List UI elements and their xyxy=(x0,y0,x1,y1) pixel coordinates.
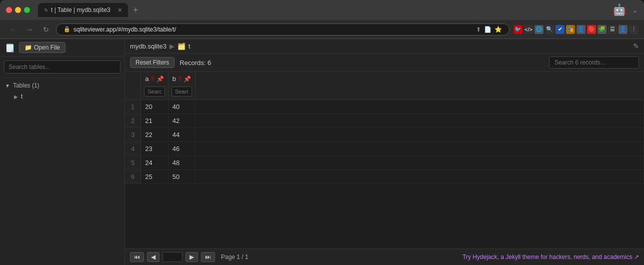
table-row[interactable]: 1 20 40 xyxy=(125,100,644,114)
active-tab[interactable]: ✎ t | Table | mydb.sqlite3 × xyxy=(38,3,128,17)
breadcrumb-table: t xyxy=(188,42,190,50)
table-body: 1 20 40 2 21 42 3 22 44 4 23 46 5 24 48 … xyxy=(125,100,644,184)
breadcrumb-icon: 🗂️ xyxy=(178,42,186,50)
cell-empty xyxy=(196,128,644,142)
edit-button[interactable]: ✎ xyxy=(633,42,639,50)
open-file-label: Open File xyxy=(34,44,60,51)
table-row[interactable]: 3 22 44 xyxy=(125,128,644,142)
col-a-pin-icon[interactable]: 📌 xyxy=(156,76,164,82)
row-number-cell: 1 xyxy=(125,100,141,114)
data-table-container: a ? 📌 b ? 📌 xyxy=(125,72,644,248)
ext-icon-1[interactable]: 🐦 xyxy=(514,25,522,34)
column-header-b: b ? 📌 xyxy=(168,72,196,100)
col-b-search-input[interactable] xyxy=(172,86,192,96)
table-row[interactable]: 2 21 42 xyxy=(125,114,644,128)
cell-a[interactable]: 24 xyxy=(141,156,168,170)
col-a-info-icon[interactable]: ? xyxy=(150,76,154,82)
cell-a[interactable]: 25 xyxy=(141,170,168,184)
forward-button[interactable]: → xyxy=(23,24,36,34)
cell-b[interactable]: 42 xyxy=(168,114,196,128)
cell-b[interactable]: 44 xyxy=(168,128,196,142)
app-content: 🗒️ 📁 Open File ▼ Tables (1) ▶ t mydb.sql… xyxy=(0,39,644,265)
browser-controls: ← → ↻ 🔒 sqliteviewer.app/#/mydb.sqlite3/… xyxy=(0,20,644,39)
minimize-light[interactable] xyxy=(15,7,21,13)
page-number-input[interactable]: 1 xyxy=(162,252,182,262)
cell-a[interactable]: 20 xyxy=(141,100,168,114)
ext-icon-5[interactable]: ✔ xyxy=(556,25,564,34)
section-chevron-icon: ▼ xyxy=(5,83,10,88)
hydejack-link[interactable]: Try Hydejack, a Jekyll theme for hackers… xyxy=(462,254,639,260)
row-number-cell: 5 xyxy=(125,156,141,170)
last-page-button[interactable]: ⏭ xyxy=(201,252,215,262)
sidebar-search-area xyxy=(0,56,124,78)
row-number-cell: 4 xyxy=(125,142,141,156)
page-info: Page 1 / 1 xyxy=(221,254,248,260)
pagination-bar: ⏮ ◀ 1 ▶ ⏭ Page 1 / 1 Try Hydejack, a Jek… xyxy=(125,248,644,265)
empty-col-header xyxy=(196,72,644,100)
col-b-info-icon[interactable]: ? xyxy=(178,76,182,82)
tab-close-button[interactable]: × xyxy=(118,6,122,14)
table-row[interactable]: 5 24 48 xyxy=(125,156,644,170)
cell-empty xyxy=(196,114,644,128)
share-icon: ⬆ xyxy=(476,26,481,33)
address-bar[interactable]: 🔒 sqliteviewer.app/#/mydb.sqlite3/table/… xyxy=(56,24,510,36)
reset-filters-button[interactable]: Reset Filters xyxy=(130,57,174,68)
ext-icon-more[interactable]: ⋮ xyxy=(629,25,638,34)
tables-section-header[interactable]: ▼ Tables (1) xyxy=(0,80,124,91)
address-text: sqliteviewer.app/#/mydb.sqlite3/table/t/ xyxy=(74,26,473,33)
maximize-light[interactable] xyxy=(24,7,30,13)
col-b-pin-icon[interactable]: 📌 xyxy=(184,76,191,82)
cell-b[interactable]: 40 xyxy=(168,100,196,114)
ext-icon-4[interactable]: 🔍 xyxy=(545,25,554,34)
new-tab-button[interactable]: + xyxy=(130,5,142,16)
ext-icon-7[interactable]: 👤 xyxy=(576,25,586,34)
col-a-search-input[interactable] xyxy=(144,86,165,96)
column-header-a: a ? 📌 xyxy=(141,72,168,100)
cell-b[interactable]: 48 xyxy=(168,156,196,170)
lock-icon: 🔒 xyxy=(64,26,70,32)
tab-label: t | Table | mydb.sqlite3 xyxy=(51,6,110,14)
tab-bar: ✎ t | Table | mydb.sqlite3 × + xyxy=(38,3,608,17)
row-number-cell: 3 xyxy=(125,128,141,142)
sidebar-header: 🗒️ 📁 Open File xyxy=(0,39,124,56)
back-button[interactable]: ← xyxy=(6,24,19,34)
close-light[interactable] xyxy=(6,7,12,13)
search-records-input[interactable] xyxy=(549,56,639,68)
ext-icon-6[interactable]: 🎭 xyxy=(566,25,575,34)
table-item-label: t xyxy=(21,93,22,100)
cell-a[interactable]: 23 xyxy=(141,142,168,156)
next-page-button[interactable]: ▶ xyxy=(186,252,198,262)
folder-icon: 📁 xyxy=(24,44,32,51)
ext-icon-8[interactable]: 🔴 xyxy=(587,25,596,34)
ext-icon-2[interactable]: </> xyxy=(524,25,533,34)
cell-b[interactable]: 46 xyxy=(168,142,196,156)
sidebar: 🗒️ 📁 Open File ▼ Tables (1) ▶ t xyxy=(0,39,125,265)
cell-a[interactable]: 22 xyxy=(141,128,168,142)
ext-icon-10[interactable]: ☰ xyxy=(608,25,617,34)
breadcrumb: mydb.sqlite3 ▶ 🗂️ t xyxy=(130,42,628,50)
prev-page-button[interactable]: ◀ xyxy=(147,252,160,262)
main-area: mydb.sqlite3 ▶ 🗂️ t ✎ Reset Filters Reco… xyxy=(125,39,644,265)
ext-icon-9[interactable]: 🧩 xyxy=(598,25,606,34)
ext-icon-11[interactable]: 👤 xyxy=(618,25,628,34)
cell-b[interactable]: 50 xyxy=(168,170,196,184)
records-count: Records: 6 xyxy=(180,59,211,66)
first-page-button[interactable]: ⏮ xyxy=(130,252,144,262)
row-number-header xyxy=(125,72,141,100)
cell-empty xyxy=(196,100,644,114)
search-tables-input[interactable] xyxy=(4,60,120,74)
row-number-cell: 2 xyxy=(125,114,141,128)
breadcrumb-db: mydb.sqlite3 xyxy=(130,42,166,50)
table-row[interactable]: 6 25 50 xyxy=(125,170,644,184)
android-icon: 🤖 xyxy=(612,4,626,16)
sidebar-item-t[interactable]: ▶ t xyxy=(0,91,124,102)
traffic-lights xyxy=(6,7,30,13)
browser-menu-chevron[interactable]: ⌄ xyxy=(632,6,638,14)
cell-a[interactable]: 21 xyxy=(141,114,168,128)
reload-button[interactable]: ↻ xyxy=(40,24,52,34)
open-file-button[interactable]: 📁 Open File xyxy=(19,42,66,53)
ext-icon-3[interactable]: 🌐 xyxy=(534,25,544,34)
main-header: mydb.sqlite3 ▶ 🗂️ t ✎ xyxy=(125,39,644,54)
col-b-label: b xyxy=(172,75,176,82)
table-row[interactable]: 4 23 46 xyxy=(125,142,644,156)
